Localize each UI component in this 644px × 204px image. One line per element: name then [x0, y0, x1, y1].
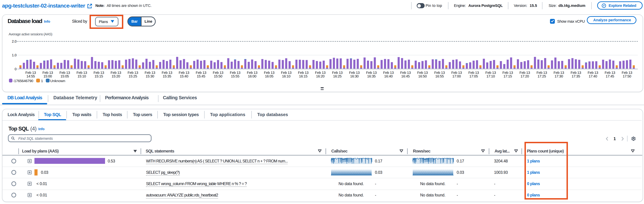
svg-text:Feb 13: Feb 13 — [604, 71, 615, 75]
svg-text:Feb 13: Feb 13 — [520, 71, 530, 75]
svg-text:Feb 13: Feb 13 — [451, 71, 462, 75]
svg-text:15:10: 15:10 — [78, 74, 86, 78]
svg-text:15:20: 15:20 — [112, 74, 120, 78]
svg-text:Feb 13: Feb 13 — [366, 71, 376, 75]
svg-text:17:10: 17:10 — [486, 74, 495, 78]
svg-text:14:55: 14:55 — [26, 74, 35, 78]
svg-text:1.0: 1.0 — [12, 53, 16, 57]
svg-text:Feb 13: Feb 13 — [434, 71, 445, 75]
svg-text:Feb 13: Feb 13 — [179, 71, 189, 75]
svg-text:Feb 13: Feb 13 — [502, 71, 513, 75]
svg-text:16:20: 16:20 — [316, 74, 324, 78]
svg-text:Feb 13: Feb 13 — [94, 71, 104, 75]
svg-text:Feb 13: Feb 13 — [76, 71, 87, 75]
svg-text:15:50: 15:50 — [214, 74, 222, 78]
svg-text:17:25: 17:25 — [538, 74, 546, 78]
svg-text:17:35: 17:35 — [572, 74, 580, 78]
svg-text:Feb 13: Feb 13 — [25, 71, 36, 75]
svg-text:17:05: 17:05 — [470, 74, 478, 78]
svg-text:16:40: 16:40 — [384, 74, 392, 78]
svg-text:Feb 13: Feb 13 — [110, 71, 121, 75]
svg-text:17:20: 17:20 — [520, 74, 529, 78]
svg-text:16:00: 16:00 — [248, 74, 256, 78]
svg-text:16:50: 16:50 — [418, 74, 427, 78]
svg-text:15:30: 15:30 — [146, 74, 154, 78]
svg-text:16:10: 16:10 — [282, 74, 290, 78]
svg-text:15:55: 15:55 — [231, 74, 239, 78]
svg-text:17:30: 17:30 — [555, 74, 563, 78]
svg-text:16:35: 16:35 — [367, 74, 376, 78]
svg-text:15:35: 15:35 — [163, 74, 171, 78]
svg-text:Feb 13: Feb 13 — [213, 71, 223, 75]
svg-text:Feb 13: Feb 13 — [571, 71, 581, 75]
svg-text:Feb 13: Feb 13 — [554, 71, 564, 75]
svg-text:Feb 13: Feb 13 — [247, 71, 258, 75]
svg-text:Feb 13: Feb 13 — [264, 71, 274, 75]
svg-text:Feb 13: Feb 13 — [536, 71, 547, 75]
svg-text:Feb 13: Feb 13 — [315, 71, 326, 75]
svg-text:Feb 13: Feb 13 — [128, 71, 138, 75]
svg-text:Feb 13: Feb 13 — [162, 71, 172, 75]
svg-text:16:45: 16:45 — [401, 74, 410, 78]
svg-text:Feb 13: Feb 13 — [145, 71, 155, 75]
svg-text:16:25: 16:25 — [333, 74, 342, 78]
svg-text:Feb 13: Feb 13 — [383, 71, 394, 75]
svg-text:16:05: 16:05 — [265, 74, 274, 78]
svg-text:15:25: 15:25 — [129, 74, 137, 78]
svg-text:Feb 13: Feb 13 — [298, 71, 308, 75]
svg-text:Feb 13: Feb 13 — [281, 71, 292, 75]
svg-text:16:30: 16:30 — [350, 74, 358, 78]
svg-text:Feb 13: Feb 13 — [196, 71, 206, 75]
svg-text:17:50: 17:50 — [623, 74, 631, 78]
svg-text:Feb 13: Feb 13 — [230, 71, 240, 75]
svg-text:16:15: 16:15 — [299, 74, 307, 78]
svg-text:Feb 13: Feb 13 — [417, 71, 428, 75]
svg-text:Feb 13: Feb 13 — [622, 71, 632, 75]
svg-text:Feb 13: Feb 13 — [468, 71, 479, 75]
svg-text:Feb 13: Feb 13 — [400, 71, 411, 75]
svg-text:15:40: 15:40 — [180, 74, 188, 78]
svg-text:17:45: 17:45 — [606, 74, 614, 78]
svg-text:17:40: 17:40 — [589, 74, 597, 78]
svg-text:Feb 13: Feb 13 — [332, 71, 342, 75]
svg-text:0: 0 — [15, 67, 16, 71]
svg-text:15:05: 15:05 — [60, 74, 69, 78]
svg-text:Feb 13: Feb 13 — [349, 71, 360, 75]
svg-text:Feb 13: Feb 13 — [588, 71, 598, 75]
svg-text:17:15: 17:15 — [504, 74, 512, 78]
svg-text:Feb 13: Feb 13 — [60, 71, 70, 75]
svg-text:15:00: 15:00 — [44, 74, 52, 78]
svg-text:17:00: 17:00 — [452, 74, 461, 78]
svg-text:15:45: 15:45 — [197, 74, 205, 78]
svg-text:Feb 13: Feb 13 — [42, 71, 53, 75]
svg-text:15:15: 15:15 — [94, 74, 103, 78]
svg-text:Feb 13: Feb 13 — [486, 71, 496, 75]
svg-text:2.0: 2.0 — [12, 39, 16, 43]
svg-text:16:55: 16:55 — [435, 74, 444, 78]
